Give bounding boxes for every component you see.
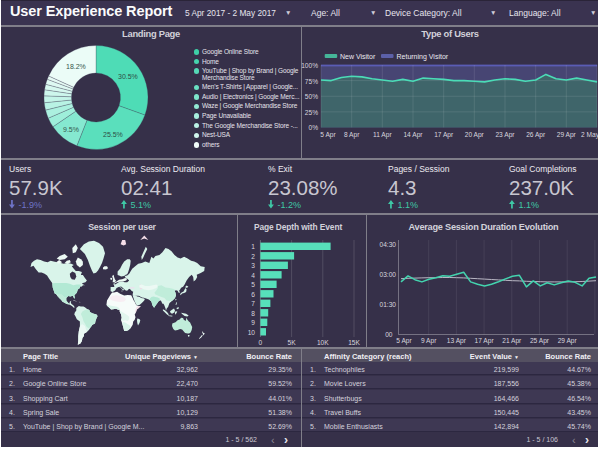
svg-text:29 Apr: 29 Apr (558, 337, 578, 345)
svg-text:25 Apr: 25 Apr (530, 337, 550, 345)
svg-text:17 Apr: 17 Apr (475, 337, 495, 345)
svg-text:04:30: 04:30 (379, 241, 396, 248)
svg-text:13 Apr: 13 Apr (447, 337, 467, 345)
svg-text:5 Apr: 5 Apr (396, 337, 412, 345)
svg-text:9 Apr: 9 Apr (421, 337, 437, 345)
svg-text:03:00: 03:00 (379, 271, 396, 278)
svg-text:01:30: 01:30 (379, 301, 396, 308)
svg-text:00: 00 (385, 331, 393, 338)
svg-text:21 Apr: 21 Apr (502, 337, 522, 345)
